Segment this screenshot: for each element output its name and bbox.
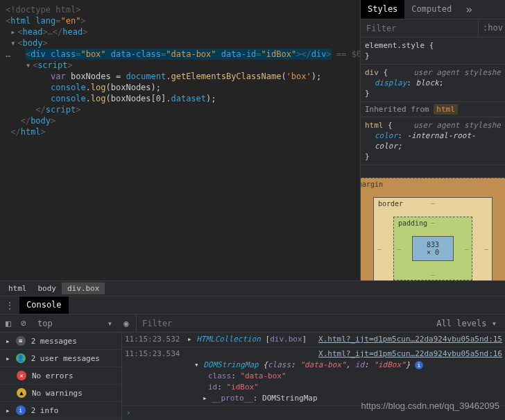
- clear-console-icon[interactable]: ⊘: [18, 318, 29, 329]
- sidebar-user-messages[interactable]: ▸👤2 user messages: [0, 350, 121, 367]
- crumb-html[interactable]: html: [3, 283, 33, 294]
- box-model[interactable]: margin – – border – – padding – – 833 × …: [361, 165, 505, 280]
- sidebar-toggle-icon[interactable]: ◧: [3, 318, 14, 329]
- warning-icon: ▲: [17, 388, 26, 398]
- messages-icon: ≡: [16, 336, 26, 346]
- expand-icon[interactable]: ▸: [203, 394, 212, 403]
- source-link[interactable]: X.html?_ijt=d1pm5cun…22da924vbu05a5nd:16: [318, 348, 502, 360]
- expand-icon: ▸: [6, 406, 10, 415]
- info-icon[interactable]: i: [415, 361, 423, 369]
- tab-styles[interactable]: Styles: [361, 0, 404, 19]
- sidebar-warnings[interactable]: ▲No warnings: [0, 385, 121, 402]
- watermark: https://blog.csdn.net/qq_39462095: [361, 401, 500, 412]
- info-icon: i: [16, 405, 26, 415]
- rule-div[interactable]: user agent styleshe div { display: block…: [361, 65, 505, 102]
- source-link[interactable]: X.html?_ijt=d1pm5cun…22da924vbu05a5nd:15: [318, 334, 502, 345]
- expand-icon: ▸: [6, 354, 10, 363]
- crumb-div-box[interactable]: div.box: [62, 283, 105, 294]
- tab-console[interactable]: Console: [19, 296, 69, 314]
- console-drawer: ⋮ Console ◧ ⊘ top▾ ◉ All levels ▾ ▸≡2 me…: [0, 296, 505, 420]
- error-icon: ✕: [17, 371, 26, 380]
- expand-icon: ▸: [6, 337, 10, 346]
- log-entry[interactable]: 11:15:23.534 X.html?_ijt=d1pm5cun…22da92…: [122, 347, 505, 406]
- expand-icon[interactable]: ▸: [187, 335, 196, 344]
- console-sidebar: ▸≡2 messages ▸👤2 user messages ✕No error…: [0, 333, 122, 420]
- log-levels-selector[interactable]: All levels ▾: [431, 319, 502, 328]
- console-messages: 11:15:23.532 ▸ HTMLCollection [div.box]X…: [122, 333, 505, 420]
- expand-icon[interactable]: ▾: [26, 60, 33, 71]
- sidebar-messages[interactable]: ▸≡2 messages: [0, 333, 121, 350]
- rule-element-style[interactable]: element.style { }: [361, 37, 505, 65]
- crumb-body[interactable]: body: [33, 283, 62, 294]
- box-model-content: 833 × 0: [412, 236, 454, 261]
- expand-icon[interactable]: ▸: [10, 26, 17, 37]
- console-filter-input[interactable]: [136, 314, 427, 332]
- elements-source-panel: <!doctype html> <html lang="en"> ▸<head>…: [0, 0, 361, 280]
- user-messages-icon: 👤: [16, 353, 26, 363]
- inherited-from: Inherited from html: [361, 102, 505, 117]
- sidebar-info[interactable]: ▸i2 info: [0, 402, 121, 419]
- context-selector[interactable]: top▾: [33, 319, 117, 328]
- styles-panel: Styles Computed » :hov .cls element.styl…: [361, 0, 505, 280]
- expand-icon[interactable]: ▾: [194, 360, 203, 369]
- chevron-down-icon: ▾: [108, 319, 112, 328]
- expand-icon[interactable]: ▾: [10, 37, 17, 49]
- styles-filter-input[interactable]: [361, 19, 478, 37]
- breadcrumb: html body div.box: [0, 280, 505, 296]
- tab-computed[interactable]: Computed: [404, 0, 459, 19]
- more-tabs-icon[interactable]: »: [459, 0, 479, 19]
- sidebar-errors[interactable]: ✕No errors: [0, 367, 121, 385]
- dom-tree[interactable]: <!doctype html> <html lang="en"> ▸<head>…: [0, 0, 360, 142]
- drawer-menu-icon[interactable]: ⋮: [0, 296, 19, 314]
- selected-element[interactable]: <div class="box" data-class="data-box" d…: [26, 49, 332, 60]
- live-expression-icon[interactable]: ◉: [121, 318, 132, 329]
- log-entry[interactable]: 11:15:23.532 ▸ HTMLCollection [div.box]X…: [122, 333, 505, 347]
- rule-html[interactable]: user agent styleshe html { color: -inter…: [361, 117, 505, 165]
- hov-toggle[interactable]: :hov: [478, 19, 505, 37]
